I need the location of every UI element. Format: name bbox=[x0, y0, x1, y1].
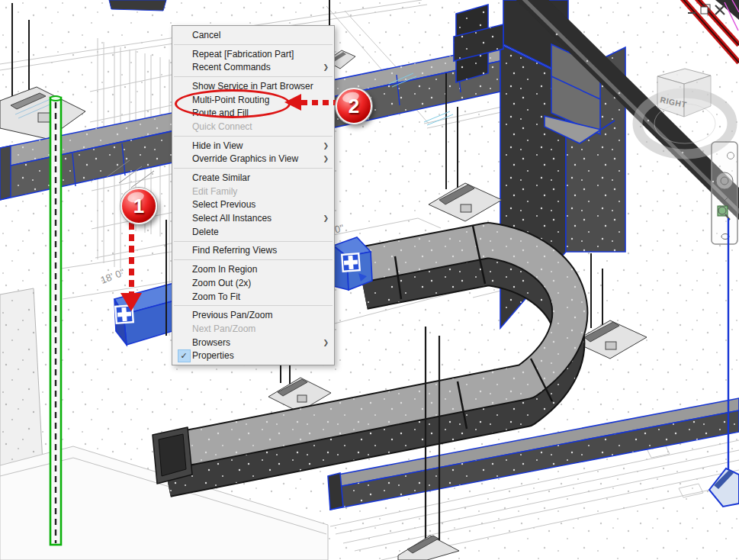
menu-separator bbox=[174, 241, 333, 242]
menu-item-zoom-to-fit[interactable]: Zoom To Fit bbox=[172, 290, 334, 304]
menu-item-edit-family: Edit Family bbox=[172, 185, 334, 198]
callout-step-2-badge: 2 bbox=[336, 88, 372, 124]
model-canvas[interactable]: 18' 0" 18' 0" bbox=[0, 0, 739, 560]
callout-2-arrow-line bbox=[301, 100, 339, 105]
navigation-bar[interactable] bbox=[712, 142, 737, 244]
menu-item-select-previous[interactable]: Select Previous bbox=[172, 198, 334, 212]
menu-item-repeat[interactable]: Repeat [Fabrication Part] bbox=[172, 47, 334, 61]
menu-separator bbox=[174, 136, 333, 137]
duct-connector-icon bbox=[342, 253, 359, 271]
submenu-arrow-icon: ❯ bbox=[323, 214, 329, 222]
menu-separator bbox=[174, 76, 333, 77]
checkmark-icon: ✓ bbox=[178, 349, 191, 362]
menu-item-previous-pan-zoom[interactable]: Previous Pan/Zoom bbox=[172, 308, 334, 322]
menu-item-properties[interactable]: ✓Properties bbox=[172, 349, 334, 362]
menu-item-browsers[interactable]: Browsers❯ bbox=[172, 336, 334, 349]
menu-item-create-similar[interactable]: Create Similar bbox=[172, 171, 334, 185]
submenu-arrow-icon: ❯ bbox=[323, 63, 329, 71]
menu-item-override-graphics[interactable]: Override Graphics in View❯ bbox=[172, 153, 334, 166]
callout-2-arrow-head bbox=[284, 94, 301, 111]
steering-wheel-icon bbox=[716, 172, 733, 189]
context-menu: Cancel Repeat [Fabrication Part] Recent … bbox=[172, 25, 335, 365]
menu-item-delete[interactable]: Delete bbox=[172, 225, 334, 239]
duct-fragment-top[interactable] bbox=[109, 0, 166, 11]
menu-separator bbox=[174, 168, 333, 169]
submenu-arrow-icon: ❯ bbox=[323, 142, 329, 150]
menu-separator bbox=[174, 259, 333, 260]
submenu-arrow-icon: ❯ bbox=[323, 155, 329, 163]
menu-item-zoom-out-2x[interactable]: Zoom Out (2x) bbox=[172, 276, 334, 290]
callout-1-arrow-line bbox=[129, 223, 134, 294]
highlight-ellipse-multi-point-routing bbox=[175, 89, 291, 118]
menu-item-recent-commands[interactable]: Recent Commands❯ bbox=[172, 60, 334, 74]
menu-separator bbox=[174, 305, 333, 306]
submenu-arrow-icon: ❯ bbox=[323, 339, 329, 346]
green-pipe[interactable] bbox=[50, 96, 61, 545]
callout-step-1-badge: 1 bbox=[120, 188, 157, 224]
menu-item-hide-in-view[interactable]: Hide in View❯ bbox=[172, 139, 334, 153]
menu-item-select-all-instances[interactable]: Select All Instances❯ bbox=[172, 211, 334, 225]
menu-item-zoom-in-region[interactable]: Zoom In Region bbox=[172, 262, 334, 276]
callout-1-arrow-head bbox=[120, 293, 142, 311]
menu-item-next-pan-zoom: Next Pan/Zoom bbox=[172, 322, 334, 336]
menu-item-cancel[interactable]: Cancel bbox=[172, 28, 334, 42]
menu-item-quick-connect: Quick Connect bbox=[172, 120, 334, 134]
revit-3d-view: 18' 0" 18' 0" bbox=[0, 0, 739, 560]
menu-separator bbox=[174, 44, 333, 45]
menu-item-find-referring-views[interactable]: Find Referring Views bbox=[172, 244, 334, 258]
